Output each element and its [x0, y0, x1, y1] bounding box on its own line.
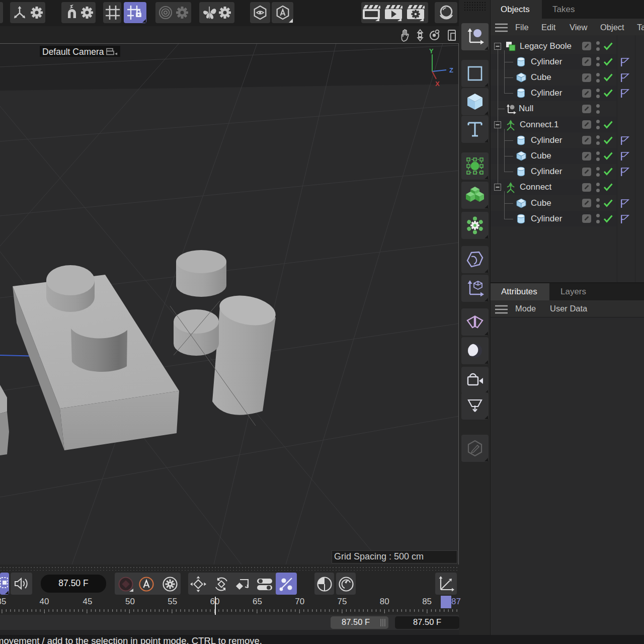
svg-text:Z: Z: [449, 66, 453, 74]
svg-text:X: X: [435, 80, 440, 88]
svg-text:Y: Y: [429, 47, 434, 55]
